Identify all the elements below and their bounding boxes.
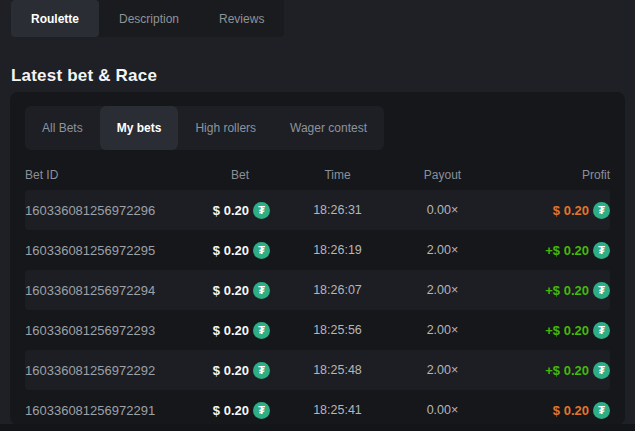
- game-tabs: RouletteDescriptionReviews: [11, 0, 284, 37]
- filter-tab-wager-contest[interactable]: Wager contest: [273, 106, 384, 150]
- bet-amount-cell: $ 0.20₮: [200, 202, 270, 219]
- time-cell: 18:26:07: [270, 283, 405, 297]
- tether-icon: ₮: [593, 322, 610, 339]
- bets-table-header: Bet ID Bet Time Payout Profit: [25, 160, 610, 190]
- latest-bets-panel: All BetsMy betsHigh rollersWager contest…: [10, 92, 625, 425]
- tether-icon: ₮: [253, 402, 270, 419]
- tether-icon: ₮: [593, 202, 610, 219]
- payout-cell: 2.00×: [405, 323, 480, 337]
- header-bet-id: Bet ID: [25, 168, 200, 182]
- profit-cell: +$ 0.20₮: [480, 362, 610, 379]
- tether-icon: ₮: [593, 282, 610, 299]
- filter-tab-my-bets[interactable]: My bets: [100, 106, 179, 150]
- tab-reviews[interactable]: Reviews: [199, 0, 284, 37]
- bet-amount-cell: $ 0.20₮: [200, 282, 270, 299]
- table-row: 160336081256972293$ 0.20₮18:25:562.00×+$…: [25, 310, 610, 350]
- table-row: 160336081256972292$ 0.20₮18:25:482.00×+$…: [25, 350, 610, 390]
- bet-id-cell: 160336081256972296: [25, 203, 200, 218]
- tether-icon: ₮: [253, 202, 270, 219]
- table-row: 160336081256972294$ 0.20₮18:26:072.00×+$…: [25, 270, 610, 310]
- time-cell: 18:25:48: [270, 363, 405, 377]
- tether-icon: ₮: [253, 362, 270, 379]
- tether-icon: ₮: [253, 322, 270, 339]
- profit-cell: $ 0.20₮: [480, 202, 610, 219]
- tether-icon: ₮: [593, 242, 610, 259]
- header-bet: Bet: [200, 168, 270, 182]
- tether-icon: ₮: [253, 242, 270, 259]
- header-payout: Payout: [405, 168, 480, 182]
- bet-id-cell: 160336081256972295: [25, 243, 200, 258]
- filter-tab-high-rollers[interactable]: High rollers: [178, 106, 273, 150]
- bet-filter-tabs: All BetsMy betsHigh rollersWager contest: [25, 106, 384, 150]
- payout-cell: 0.00×: [405, 403, 480, 417]
- header-profit: Profit: [480, 168, 610, 182]
- tether-icon: ₮: [593, 402, 610, 419]
- profit-cell: +$ 0.20₮: [480, 242, 610, 259]
- bet-id-cell: 160336081256972293: [25, 323, 200, 338]
- bet-id-cell: 160336081256972291: [25, 403, 200, 418]
- tether-icon: ₮: [593, 362, 610, 379]
- bet-amount-cell: $ 0.20₮: [200, 242, 270, 259]
- time-cell: 18:25:56: [270, 323, 405, 337]
- payout-cell: 2.00×: [405, 243, 480, 257]
- filter-tab-all-bets[interactable]: All Bets: [25, 106, 100, 150]
- profit-cell: +$ 0.20₮: [480, 322, 610, 339]
- header-time: Time: [270, 168, 405, 182]
- payout-cell: 2.00×: [405, 283, 480, 297]
- table-row: 160336081256972295$ 0.20₮18:26:192.00×+$…: [25, 230, 610, 270]
- bet-id-cell: 160336081256972292: [25, 363, 200, 378]
- bet-amount-cell: $ 0.20₮: [200, 362, 270, 379]
- table-row: 160336081256972296$ 0.20₮18:26:310.00×$ …: [25, 190, 610, 230]
- profit-cell: $ 0.20₮: [480, 402, 610, 419]
- bets-table-body: 160336081256972296$ 0.20₮18:26:310.00×$ …: [25, 190, 610, 430]
- bet-amount-cell: $ 0.20₮: [200, 322, 270, 339]
- section-title: Latest bet & Race: [11, 66, 157, 86]
- tab-description[interactable]: Description: [99, 0, 199, 37]
- time-cell: 18:25:41: [270, 403, 405, 417]
- tab-roulette[interactable]: Roulette: [11, 0, 99, 37]
- next-section-edge: [0, 424, 635, 431]
- payout-cell: 0.00×: [405, 203, 480, 217]
- profit-cell: +$ 0.20₮: [480, 282, 610, 299]
- payout-cell: 2.00×: [405, 363, 480, 377]
- bets-table: Bet ID Bet Time Payout Profit 1603360812…: [25, 160, 610, 430]
- tether-icon: ₮: [253, 282, 270, 299]
- bet-id-cell: 160336081256972294: [25, 283, 200, 298]
- time-cell: 18:26:19: [270, 243, 405, 257]
- time-cell: 18:26:31: [270, 203, 405, 217]
- bet-amount-cell: $ 0.20₮: [200, 402, 270, 419]
